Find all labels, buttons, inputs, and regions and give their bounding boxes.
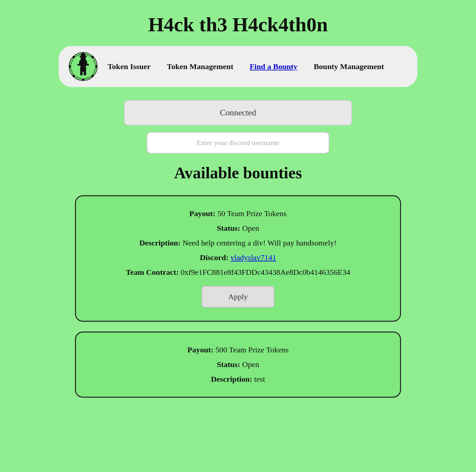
svg-rect-9	[84, 71, 86, 75]
apply-button[interactable]: Apply	[201, 286, 275, 308]
bounty-description: Description: test	[211, 375, 265, 384]
nav-links: Token Issuer Token Management Find a Bou…	[108, 62, 408, 71]
bounty-payout: Payout: 500 Team Prize Tokens	[187, 346, 289, 354]
discord-username-input[interactable]	[147, 132, 329, 154]
bounty-contract: Team Contract: 0xf9e1FC881e8f43FDDc43438…	[126, 268, 350, 277]
bounty-discord: Discord: vladyslav7141	[200, 253, 276, 262]
nav-token-management[interactable]: Token Management	[167, 62, 233, 71]
app-logo[interactable]	[68, 52, 98, 81]
bounty-description: Description: Need help centering a div! …	[139, 239, 336, 247]
nav-bar: Token Issuer Token Management Find a Bou…	[59, 46, 417, 87]
page-title: H4ck th3 H4ck4th0n	[0, 0, 476, 46]
bounty-status: Status: Open	[217, 224, 259, 233]
bounties-section-title: Available bounties	[0, 163, 476, 182]
svg-rect-5	[77, 64, 81, 66]
nav-find-bounty[interactable]: Find a Bounty	[250, 62, 298, 71]
bounty-card: Payout: 500 Team Prize Tokens Status: Op…	[75, 332, 401, 398]
svg-rect-6	[85, 64, 89, 66]
bounties-list: Payout: 50 Team Prize Tokens Status: Ope…	[0, 195, 476, 417]
nav-token-issuer[interactable]: Token Issuer	[108, 62, 151, 71]
nav-bounty-management[interactable]: Bounty Management	[314, 62, 384, 71]
bounty-payout: Payout: 50 Team Prize Tokens	[189, 209, 287, 218]
bounty-card: Payout: 50 Team Prize Tokens Status: Ope…	[75, 195, 401, 322]
connection-section: Connected	[0, 100, 476, 154]
bounty-status: Status: Open	[217, 360, 259, 369]
connected-button[interactable]: Connected	[124, 100, 352, 125]
svg-rect-8	[80, 71, 82, 75]
svg-rect-7	[80, 66, 86, 72]
bounty-discord-link[interactable]: vladyslav7141	[231, 253, 276, 262]
